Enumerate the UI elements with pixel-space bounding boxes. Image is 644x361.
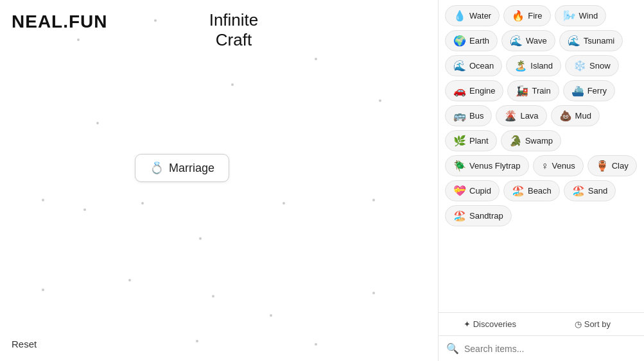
item-label: Island — [530, 61, 553, 71]
item-chip[interactable]: 🌊Ocean — [445, 55, 502, 76]
canvas-dot — [199, 237, 202, 240]
item-chip[interactable]: 🌊Wave — [501, 30, 555, 51]
canvas-dot — [96, 122, 99, 124]
item-label: Tsunami — [584, 36, 614, 46]
item-emoji: 🔥 — [512, 10, 525, 22]
item-emoji: 🏝️ — [514, 60, 527, 72]
item-emoji: 🌬️ — [563, 10, 576, 22]
title-line1: Infinite — [209, 10, 259, 30]
item-chip[interactable]: 🏝️Island — [506, 55, 561, 76]
item-emoji: 🌊 — [453, 60, 466, 72]
search-input[interactable] — [464, 344, 636, 354]
item-label: Train — [532, 86, 550, 96]
item-label: Mud — [575, 111, 591, 121]
logo[interactable]: NEAL.FUN — [12, 12, 108, 32]
item-chip[interactable]: 💝Cupid — [445, 180, 500, 201]
item-emoji: 🚌 — [453, 110, 466, 122]
item-chip[interactable]: 🏺Clay — [587, 155, 637, 176]
item-emoji: 💩 — [559, 110, 572, 122]
item-chip[interactable]: 🏖️Beach — [503, 180, 560, 201]
item-chip[interactable]: 🐊Swamp — [501, 130, 561, 151]
item-label: Lava — [520, 111, 538, 121]
item-label: Water — [469, 11, 491, 21]
item-emoji: ♀️ — [541, 160, 549, 172]
tab-row: ✦ Discoveries ◷ Sort by — [439, 313, 644, 336]
item-chip[interactable]: 💧Water — [445, 5, 500, 26]
canvas-dot — [141, 202, 144, 205]
marriage-emoji: 💍 — [150, 161, 164, 175]
item-label: Sand — [588, 186, 607, 196]
sort-tab[interactable]: ◷ Sort by — [541, 313, 644, 335]
discoveries-tab[interactable]: ✦ Discoveries — [439, 313, 541, 335]
canvas-dot — [42, 289, 44, 291]
item-label: Wave — [526, 36, 547, 46]
reset-button[interactable]: Reset — [12, 339, 37, 349]
canvas-dot — [372, 199, 375, 201]
item-label: Wind — [579, 11, 598, 21]
item-chip[interactable]: 🔥Fire — [503, 5, 550, 26]
title-line2: Craft — [209, 30, 259, 50]
item-label: Clay — [612, 161, 629, 171]
item-chip[interactable]: ❄️Snow — [565, 55, 619, 76]
search-icon: 🔍 — [446, 342, 459, 355]
canvas-dot — [283, 202, 285, 205]
item-label: Engine — [469, 86, 495, 96]
canvas-dot — [83, 208, 86, 211]
canvas-panel: NEAL.FUN Infinite Craft 💍 Marriage Reset — [0, 0, 439, 361]
item-chip[interactable]: ♀️Venus — [533, 155, 584, 176]
item-emoji: 🐊 — [509, 135, 522, 147]
items-grid: 💧Water🔥Fire🌬️Wind🌍Earth🌊Wave🌊Tsunami🌊Oce… — [439, 0, 644, 312]
item-emoji: 🌍 — [453, 35, 466, 47]
item-label: Snow — [589, 61, 611, 71]
item-label: Ferry — [587, 86, 607, 96]
canvas-dot — [379, 99, 381, 102]
item-chip[interactable]: 🌊Tsunami — [559, 30, 623, 51]
item-emoji: 🌊 — [510, 35, 523, 47]
canvas-dot — [270, 314, 272, 317]
item-emoji: 🏖️ — [512, 185, 525, 197]
discoveries-label: ✦ Discoveries — [464, 319, 516, 329]
item-label: Swamp — [525, 136, 553, 146]
item-emoji: 💝 — [453, 185, 466, 197]
right-panel: 💧Water🔥Fire🌬️Wind🌍Earth🌊Wave🌊Tsunami🌊Oce… — [439, 0, 644, 361]
item-emoji: 🏖️ — [572, 185, 585, 197]
canvas-dot — [315, 343, 317, 346]
item-emoji: 🚂 — [516, 85, 528, 97]
item-chip[interactable]: 🌍Earth — [445, 30, 498, 51]
canvas-dot — [42, 199, 44, 201]
item-chip[interactable]: 💩Mud — [551, 105, 600, 126]
item-chip[interactable]: 🌿Plant — [445, 130, 497, 151]
item-label: Cupid — [469, 186, 491, 196]
item-emoji: ⛴️ — [571, 85, 584, 97]
marriage-element[interactable]: 💍 Marriage — [135, 154, 229, 182]
item-emoji: 🪲 — [453, 160, 466, 172]
item-label: Plant — [469, 136, 489, 146]
item-chip[interactable]: 🌋Lava — [496, 105, 546, 126]
item-label: Venus — [552, 161, 575, 171]
canvas-dot — [212, 295, 214, 298]
sort-label: ◷ Sort by — [575, 319, 611, 329]
item-label: Venus Flytrap — [469, 161, 521, 171]
app-title: Infinite Craft — [209, 10, 259, 50]
item-chip[interactable]: 🪲Venus Flytrap — [445, 155, 529, 176]
item-chip[interactable]: 🚗Engine — [445, 80, 503, 101]
bottom-bar: ✦ Discoveries ◷ Sort by 🔍 — [439, 312, 644, 361]
marriage-label: Marriage — [169, 162, 214, 175]
item-chip[interactable]: 🚌Bus — [445, 105, 492, 126]
item-emoji: 🌿 — [453, 135, 466, 147]
item-chip[interactable]: 🚂Train — [507, 80, 559, 101]
item-chip[interactable]: 🌬️Wind — [555, 5, 607, 26]
item-chip[interactable]: ⛴️Ferry — [563, 80, 615, 101]
item-emoji: 🚗 — [453, 85, 466, 97]
item-label: Beach — [528, 186, 552, 196]
canvas-dot — [315, 58, 317, 60]
item-emoji: 🏖️ — [453, 210, 466, 222]
canvas-dot — [372, 292, 375, 294]
item-emoji: 🌊 — [568, 35, 580, 47]
item-emoji: 🏺 — [596, 160, 609, 172]
item-label: Fire — [528, 11, 542, 21]
item-label: Sandtrap — [469, 211, 503, 221]
item-chip[interactable]: 🏖️Sand — [564, 180, 616, 201]
item-chip[interactable]: 🏖️Sandtrap — [445, 205, 512, 226]
canvas-dot — [196, 340, 198, 342]
